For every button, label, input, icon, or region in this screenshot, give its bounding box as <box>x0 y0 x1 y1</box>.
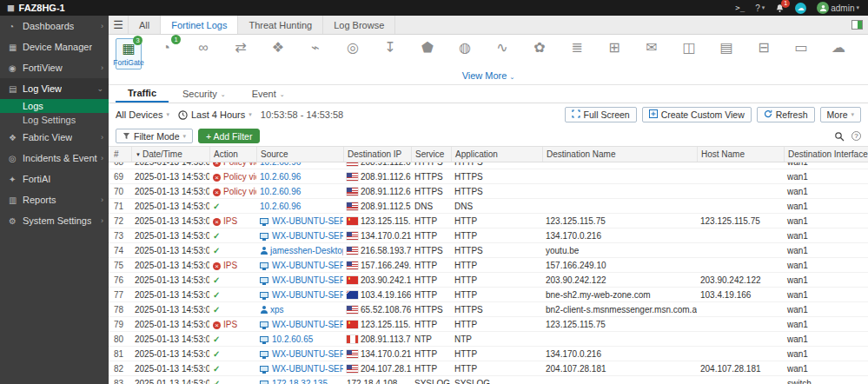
menu-icon[interactable]: ☰ <box>109 16 128 34</box>
subtab-event[interactable]: Event⌄ <box>240 85 297 103</box>
column-header-destination-ip[interactable]: Destination IP <box>343 147 411 162</box>
column-header-date-time[interactable]: ▼Date/Time <box>131 147 209 162</box>
device-type-device-20[interactable]: ☁ <box>825 38 851 70</box>
device-type-device-18[interactable]: ⊟ <box>751 38 777 70</box>
time-range-selector[interactable]: Last 4 Hours▾ <box>178 109 252 120</box>
device-type-device-16[interactable]: ◫ <box>676 38 702 70</box>
device-type-device-14[interactable]: ⊞ <box>601 38 627 70</box>
device-type-device-10[interactable]: ◍ <box>452 38 478 70</box>
source-link: jamesshen-Desktop <box>270 246 343 255</box>
sidebar-item-fortiview[interactable]: ◉FortiView› <box>0 57 109 78</box>
row-destination-name <box>542 169 697 183</box>
view-more-button[interactable]: View More ⌄ <box>109 70 868 83</box>
table-row[interactable]: 792025-01-13 14:53:09×IPSWX-UBUNTU-SERVE… <box>109 317 868 332</box>
device-selector[interactable]: All Devices▾ <box>116 109 169 120</box>
table-row[interactable]: 762025-01-13 14:53:09✓WX-UBUNTU-SERVER20… <box>109 273 868 288</box>
us-flag-icon <box>347 247 358 255</box>
app-title: FAZ8HG-1 <box>19 3 65 13</box>
table-row[interactable]: 732025-01-13 14:53:09✓WX-UBUNTU-SERVER13… <box>109 228 868 243</box>
device-type-device-11[interactable]: ∿ <box>489 38 515 70</box>
sidebar-item-system-settings[interactable]: ⚙System Settings› <box>0 210 109 231</box>
filter-mode-button[interactable]: Filter Mode▾ <box>116 129 193 143</box>
table-row[interactable]: 772025-01-13 14:53:09✓WX-UBUNTU-SERVER10… <box>109 288 868 302</box>
device-type-device-9[interactable]: ⬟ <box>414 38 441 70</box>
cli-console-icon[interactable]: >_ <box>735 3 745 12</box>
column-header-application[interactable]: Application <box>451 147 542 162</box>
device-type-device-19[interactable]: ▭ <box>788 38 814 70</box>
forticloud-icon[interactable]: ☁ <box>795 3 806 14</box>
tab-fortinet-logs[interactable]: Fortinet Logs <box>161 16 238 34</box>
sidebar-item-fortiai[interactable]: ✦FortiAI <box>0 169 109 189</box>
full-screen-button[interactable]: Full Screen <box>565 107 637 122</box>
column-header-service[interactable]: Service <box>411 147 451 162</box>
device-type-device-15[interactable]: ✉ <box>639 38 665 70</box>
table-row[interactable]: 742025-01-13 14:53:09✓jamesshen-Desktop2… <box>109 243 868 258</box>
table-row[interactable]: 782025-01-13 14:53:09✓xps65.52.108.76HTT… <box>109 302 868 317</box>
sidebar-item-reports[interactable]: ▥Reports› <box>0 189 109 210</box>
row-datetime: 2025-01-13 14:53:09 <box>131 258 209 272</box>
device-type-device-3[interactable]: ∞ <box>190 38 216 70</box>
table-row[interactable]: 682025-01-13 14:53:09×Policy viola10.2.6… <box>109 162 868 169</box>
more-button[interactable]: More▾ <box>820 107 861 122</box>
subtab-security[interactable]: Security⌄ <box>170 85 238 103</box>
device-type-device-12[interactable]: ✿ <box>527 38 553 70</box>
column-header-[interactable]: # <box>109 147 131 162</box>
cn-flag-icon <box>347 276 358 284</box>
accept-check-icon: ✓ <box>213 349 220 359</box>
column-header-destination-name[interactable]: Destination Name <box>542 147 697 162</box>
table-row[interactable]: 712025-01-13 14:53:09✓10.2.60.96208.91.1… <box>109 199 868 214</box>
row-action: ✓ <box>209 273 256 287</box>
sidebar-item-log-view[interactable]: ▤Log View⌄ <box>0 78 109 99</box>
tab-log-browse[interactable]: Log Browse <box>323 16 395 34</box>
column-header-action[interactable]: Action <box>209 147 256 162</box>
device-type-fortigate[interactable]: ▦3FortiGate <box>116 38 142 70</box>
tab-all[interactable]: All <box>128 16 161 34</box>
app-logo[interactable]: ▦ FAZ8HG-1 <box>0 3 109 13</box>
add-filter-button[interactable]: + Add Filter <box>198 129 260 143</box>
row-destination-interface: wan1 <box>784 317 868 331</box>
device-type-device-5[interactable]: ❖ <box>265 38 291 70</box>
device-type-device-8[interactable]: ↧ <box>377 38 403 70</box>
sidebar-item-fabric-view[interactable]: ❖Fabric View› <box>0 127 109 148</box>
sidebar-item-device-manager[interactable]: ▦Device Manager <box>0 36 109 57</box>
device-type-device-6[interactable]: ⌁ <box>302 38 328 70</box>
device-type-device-2[interactable]: ◔1 <box>153 38 179 70</box>
sidebar-item-log-settings[interactable]: Log Settings <box>0 113 109 127</box>
search-icon[interactable] <box>834 131 845 142</box>
sidebar-item-incidents-events[interactable]: ◎Incidents & Events› <box>0 148 109 169</box>
subtab-traffic[interactable]: Traffic <box>116 85 169 103</box>
collapse-panel-icon[interactable] <box>851 20 863 31</box>
device-type-device-21[interactable]: ◰ <box>863 38 868 70</box>
refresh-button[interactable]: Refresh <box>757 107 815 122</box>
device-type-device-7[interactable]: ◎ <box>340 38 366 70</box>
table-row[interactable]: 692025-01-13 14:53:09×Policy viola10.2.6… <box>109 169 868 184</box>
admin-menu[interactable]: admin ▾ <box>817 2 859 14</box>
sidebar-item-logs[interactable]: Logs <box>0 99 109 113</box>
action-label: Policy viola <box>223 162 256 167</box>
view-tabbar: ☰ AllFortinet LogsThreat HuntingLog Brow… <box>109 16 868 35</box>
device-type-device-4[interactable]: ⇄ <box>228 38 254 70</box>
row-datetime: 2025-01-13 14:53:09 <box>131 214 209 228</box>
notifications-button[interactable]: 1 <box>775 3 785 13</box>
create-custom-view-button[interactable]: Create Custom View <box>642 107 752 122</box>
device-type-device-17[interactable]: ▤ <box>713 38 739 70</box>
help-icon[interactable]: ? <box>851 131 861 141</box>
table-row[interactable]: 722025-01-13 14:53:09×IPSWX-UBUNTU-SERVE… <box>109 214 868 228</box>
tab-threat-hunting[interactable]: Threat Hunting <box>238 16 323 34</box>
table-row[interactable]: 812025-01-13 14:53:09✓WX-UBUNTU-SERVER13… <box>109 347 868 361</box>
computer-icon <box>260 277 268 283</box>
table-row[interactable]: 822025-01-13 14:53:09✓WX-UBUNTU-SERVER20… <box>109 361 868 376</box>
device-type-device-13[interactable]: ≣ <box>564 38 590 70</box>
column-header-destination-interface[interactable]: Destination Interface <box>784 147 868 162</box>
sidebar-item-dashboards[interactable]: ◔Dashboards› <box>0 16 109 36</box>
column-header-host-name[interactable]: Host Name <box>697 147 784 162</box>
row-application: DNS <box>451 199 542 213</box>
table-row[interactable]: 802025-01-13 14:53:09✓10.2.60.65208.91.1… <box>109 332 868 347</box>
table-row[interactable]: 752025-01-13 14:53:09×IPSWX-UBUNTU-SERVE… <box>109 258 868 273</box>
table-row[interactable]: 832025-01-13 14:53:09✓172.18.32.135172.1… <box>109 376 868 384</box>
row-host-name <box>697 199 784 213</box>
table-row[interactable]: 702025-01-13 14:53:09×Policy viola10.2.6… <box>109 184 868 199</box>
column-header-source[interactable]: Source <box>256 147 343 162</box>
help-menu[interactable]: ?▾ <box>755 3 765 13</box>
row-destination-ip: 123.125.115.75 <box>343 214 411 228</box>
